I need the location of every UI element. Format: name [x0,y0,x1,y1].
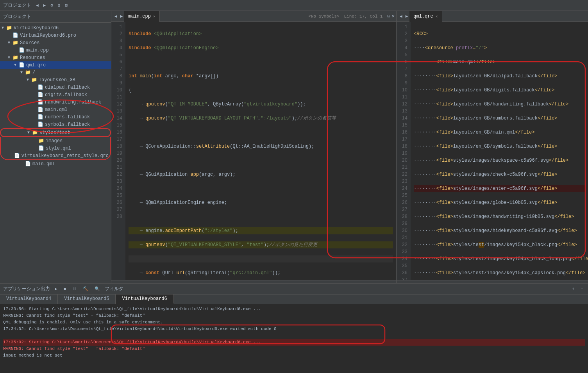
split-icon[interactable]: ⊟ [64,2,70,9]
tree-label: virtualkeyboard_retro_style.qrc [21,153,109,159]
output-line: QML debugging is enabled. Only use this … [3,319,585,326]
qrc-icon: 📄 [19,62,25,68]
sidebar-item-mainqml[interactable]: 📄 main.qml [0,106,111,113]
nav-right-btn[interactable]: ▶ [42,2,48,9]
left-tab-icons: <No Symbols> Line: 17, Col 1 ⊟ ✕ [308,13,395,19]
close-pane-icon[interactable]: ✕ [392,13,395,19]
file-icon: 📄 [38,121,43,127]
arrow-icon: ▼ [20,70,25,75]
bottom-toolbar-label: アプリケーション出力 [3,286,50,292]
folder-icon: 📁 [38,138,44,144]
tree-label: handwriting.fallback [45,100,101,105]
tree-label: Sources [20,40,39,46]
sidebar-item-pro[interactable]: 📄 VirtualKeyboard6.pro [0,32,111,39]
sidebar-item-symbols[interactable]: 📄 symbols.fallback [0,121,111,128]
sidebar-item-vk6[interactable]: ▼ 📁 VirtualKeyboard6 [0,24,111,32]
qrc-icon: 📄 [14,153,20,159]
output-warning-line: WARNING: Cannot find style "test" – fall… [3,346,585,352]
right-h-scrollbar[interactable] [397,280,588,283]
cpp-icon: 📄 [19,47,25,53]
right-editor-content[interactable]: 12345 678910 1112131415 1617181920 21222… [397,22,588,280]
left-h-scrollbar[interactable] [111,280,396,283]
tree-label: layouts¥en_GB [39,77,75,83]
qml-icon: 📄 [38,145,44,151]
top-bar: プロジェクト ◀ ▶ ⚙ ⊞ ⊟ [0,0,588,11]
filter-icon[interactable]: ⚙ [49,2,55,9]
sidebar-item-slash[interactable]: ▼ 📁 / [0,69,111,76]
left-tab-maincpp[interactable]: main.cpp ✕ [124,11,160,22]
sidebar-item-styles-test[interactable]: ▼ 📁 styles¥test [0,128,111,137]
pro-icon: 📄 [13,32,18,38]
right-nav-next[interactable]: ▶ [404,13,410,20]
sidebar-item-digits[interactable]: 📄 digits.fallback [0,91,111,98]
sidebar-item-numbers[interactable]: 📄 numbers.fallback [0,113,111,121]
sidebar-item-maincpp[interactable]: 📄 main.cpp [0,46,111,54]
sidebar-item-handwriting[interactable]: 📄 handwriting.fallback [0,98,111,106]
left-nav-prev[interactable]: ◀ [113,13,119,20]
file-icon: 📄 [38,92,43,98]
tree-label: styles¥test [39,130,70,136]
sidebar-header: プロジェクト [0,11,111,23]
filter-label: フィルタ [105,286,123,292]
grid-icon[interactable]: ⊞ [56,2,62,9]
play-icon[interactable]: ▶ [53,286,59,292]
pause-icon[interactable]: ⏸ [71,286,78,292]
bottom-tab-vk5[interactable]: VirtualKeyboard5 [58,294,116,304]
bottom-output[interactable]: 17:33:56: Starting C:\Users\morita\Docum… [0,304,588,373]
remove-tab-btn[interactable]: − [579,286,585,292]
tree-label: symbols.fallback [45,122,90,127]
left-editor-content[interactable]: 12345 678910 1112131415 1617181920 21222… [111,22,396,280]
tree-label: images [46,138,63,144]
left-code-content[interactable]: #include <QGuiApplication> #include <QQm… [125,22,396,280]
sidebar-item-vk-retro[interactable]: 📄 virtualkeyboard_retro_style.qrc [0,152,111,160]
sidebar-item-qmlqrc[interactable]: ▼ 📄 qml.qrc [0,61,111,69]
arrow-icon: ▼ [8,41,13,45]
sidebar-item-dialpad[interactable]: 📄 dialpad.fallback [0,84,111,91]
arrow-icon: ▼ [27,130,32,135]
folder-icon: 📁 [31,77,37,83]
output-line [3,332,585,339]
sidebar-item-sources[interactable]: ▼ 📁 Sources [0,39,111,46]
arrow-icon: ▼ [14,63,19,67]
split-view-icon[interactable]: ⊟ [388,13,390,19]
sidebar-item-layouts-en-gb[interactable]: ▼ 📁 layouts¥en_GB [0,76,111,84]
bottom-panel: アプリケーション出力 ▶ ■ ⏸ 🔨 🔍 フィルタ + − VirtualKey… [0,283,588,373]
right-tab-qmlqrc[interactable]: qml.qrc ✕ [409,11,442,22]
tree-label: VirtualKeyboard6 [14,25,59,31]
tab-label: main.cpp [128,14,151,19]
tab-close-icon[interactable]: ✕ [153,14,155,19]
sidebar: プロジェクト ▼ 📁 VirtualKeyboard6 📄 VirtualKey… [0,11,111,283]
arrow-icon: ▼ [2,26,6,30]
qml-icon: 📄 [25,161,31,167]
build-icon[interactable]: 🔨 [81,286,90,292]
arrow-icon: ▼ [27,78,31,82]
sidebar-tree[interactable]: ▼ 📁 VirtualKeyboard6 📄 VirtualKeyboard6.… [0,23,111,283]
left-tab-bar: ◀ ▶ main.cpp ✕ <No Symbols> Line: 17, Co… [111,11,396,22]
bottom-tab-vk6[interactable]: VirtualKeyboard6 [116,294,173,304]
location-label: Line: 17, Col 1 [344,14,383,19]
output-line: WARNING: Cannot find style "test" – fall… [3,312,585,319]
add-tab-btn[interactable]: + [570,286,576,292]
search-icon[interactable]: 🔍 [93,286,102,292]
bottom-tab-vk4[interactable]: VirtualKeyboard4 [0,294,58,304]
sidebar-item-mainqml-root[interactable]: 📄 main.qml [0,160,111,168]
nav-left-btn[interactable]: ◀ [34,2,40,9]
left-nav-next[interactable]: ▶ [119,13,125,20]
stop-icon[interactable]: ■ [62,286,68,292]
output-highlighted-line: 17:35:02: Starting C:\Users\morita\Docum… [3,339,585,346]
tree-label: digits.fallback [45,92,87,98]
tab-label: qml.qrc [413,14,433,19]
right-code-content[interactable]: <RCC> ····<qresource prefix="/"> ·······… [411,22,588,280]
folder-icon: 📁 [13,40,18,46]
tree-label: main.qml [45,107,68,112]
bottom-toolbar: アプリケーション出力 ▶ ■ ⏸ 🔨 🔍 フィルタ + − [0,284,588,294]
right-nav-prev[interactable]: ◀ [398,13,404,20]
folder-icon: 📁 [25,70,31,75]
folder-icon: 📁 [6,25,12,31]
tree-label: numbers.fallback [45,114,90,120]
tab-close-icon[interactable]: ✕ [436,14,438,19]
tree-label: main.qml [32,161,55,167]
sidebar-item-styleqml[interactable]: 📄 style.qml [0,145,111,152]
sidebar-item-resources[interactable]: ▼ 📁 Resources [0,54,111,61]
sidebar-item-images[interactable]: 📁 images [0,137,111,145]
